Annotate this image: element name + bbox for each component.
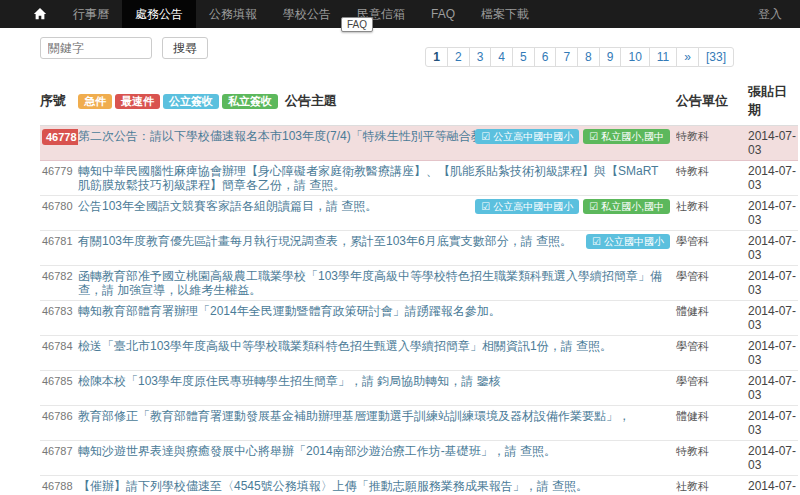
unit-cell: 特教科 xyxy=(676,161,748,196)
legend-badge: 公立簽收 xyxy=(163,94,219,109)
unit-cell: 社教科 xyxy=(676,196,748,231)
table-row: 46785 檢陳本校「103學年度原住民專班轉學生招生簡章」，請 鈞局協助轉知，… xyxy=(40,371,798,406)
table-row: 46782 函轉教育部准予國立桃園高級農工職業學校「103學年度高級中等學校特色… xyxy=(40,266,798,301)
header-topic: 急件最速件公立簽收私立簽收公告主題 xyxy=(78,79,676,126)
serial-badge: 46781 xyxy=(42,235,73,247)
pagination-page[interactable]: 11 xyxy=(649,47,677,67)
pagination-page[interactable]: 2 xyxy=(447,47,470,67)
table-row: 46783 轉知教育部體育署辦理「2014年全民運動暨體育政策研討會」請踴躍報名… xyxy=(40,301,798,336)
receipt-badge: ☑公立高中國中國小 xyxy=(475,129,579,144)
date-cell: 2014-07-03 xyxy=(748,161,798,196)
legend-badge-label: 私立簽收 xyxy=(228,95,272,107)
pagination-page[interactable]: 7 xyxy=(555,47,578,67)
receipt-badge-label: 公立國中國小 xyxy=(604,236,664,247)
date-cell: 2014-07-03 xyxy=(748,406,798,441)
pagination-page[interactable]: 5 xyxy=(512,47,535,67)
serial-badge: 46788 xyxy=(42,480,73,492)
announcement-link[interactable]: 函轉教育部准予國立桃園高級農工職業學校「103學年度高級中等學校特色招生職業類科… xyxy=(78,269,662,297)
table-row: 46787 轉知沙遊世界表達與療癒發展中心將舉辦「2014南部沙遊治療工作坊-基… xyxy=(40,441,798,476)
serial-badge: 46782 xyxy=(42,270,73,282)
nav-item[interactable]: 檔案下載 xyxy=(468,0,542,28)
pagination-page[interactable]: 9 xyxy=(599,47,622,67)
table-row: 46781 ☑公立國中國小 有關103年度教育優先區計畫每月執行現況調查表，累計… xyxy=(40,231,798,266)
receipt-badge-label: 公立高中國中國小 xyxy=(493,201,573,212)
serial-badge: 46779 xyxy=(42,165,73,177)
login-button[interactable]: 登入 xyxy=(758,0,782,28)
pagination-page[interactable]: 6 xyxy=(534,47,557,67)
legend-badge-label: 急件 xyxy=(84,95,106,107)
date-cell: 2014-07-03 xyxy=(748,266,798,301)
header-unit: 公告單位 xyxy=(676,79,748,126)
unit-cell: 學管科 xyxy=(676,231,748,266)
receipt-badge-label: 私立國小,國中 xyxy=(601,131,664,142)
topic-cell: 轉知教育部體育署辦理「2014年全民運動暨體育政策研討會」請踴躍報名參加。 xyxy=(78,301,676,336)
announcement-link[interactable]: 【催辦】請下列學校儘速至〈4545號公務填報〉上傳「推動志願服務業務成果報告」，… xyxy=(78,479,588,493)
pagination-page[interactable]: » xyxy=(676,47,699,67)
receipt-badge: ☑公立國中國小 xyxy=(586,234,670,249)
table-row: 46786 教育部修正「教育部體育署運動發展基金補助辦理基層運動選手訓練站訓練環… xyxy=(40,406,798,441)
check-icon: ☑ xyxy=(481,131,490,142)
serial-badge: 46786 xyxy=(42,410,73,422)
navbar-items: 行事曆處務公告公務填報學校公告民意信箱FAQ檔案下載 xyxy=(60,0,542,28)
receipt-badge-label: 私立國小,國中 xyxy=(601,201,664,212)
table-body: 46778 ☑公立高中國中國小☑私立國小,國中 第二次公告：請以下學校儘速報名本… xyxy=(40,126,798,495)
pagination-page[interactable]: 3 xyxy=(469,47,492,67)
pagination-page[interactable]: 4 xyxy=(490,47,513,67)
receipt-badges: ☑公立高中國中國小☑私立國小,國中 xyxy=(471,199,670,214)
unit-cell: 學管科 xyxy=(676,266,748,301)
date-cell: 2014-07-03 xyxy=(748,231,798,266)
table-row: 46784 檢送「臺北市103學年度高級中等學校職業類科特色招生甄選入學續招簡章… xyxy=(40,336,798,371)
navbar: 行事曆處務公告公務填報學校公告民意信箱FAQ檔案下載 登入 xyxy=(0,0,800,28)
legend-badges: 急件最速件公立簽收私立簽收 xyxy=(78,93,281,108)
date-cell: 2014-07-03 xyxy=(748,371,798,406)
announcement-link[interactable]: 檢送「臺北市103學年度高級中等學校職業類科特色招生甄選入學續招簡章」相關資訊1… xyxy=(78,339,612,353)
faq-tooltip: FAQ xyxy=(341,17,373,32)
unit-cell: 社教科 xyxy=(676,476,748,495)
date-cell: 2014-07-03 xyxy=(748,441,798,476)
legend-badge-label: 公立簽收 xyxy=(169,95,213,107)
announcement-link[interactable]: 有關103年度教育優先區計畫每月執行現況調查表，累計至103年6月底實支數部分，… xyxy=(78,234,572,248)
unit-cell: 學管科 xyxy=(676,336,748,371)
legend-badge: 私立簽收 xyxy=(222,94,278,109)
pagination-page[interactable]: 8 xyxy=(577,47,600,67)
nav-item[interactable]: 行事曆 xyxy=(60,0,122,28)
table-header-row: 序號 急件最速件公立簽收私立簽收公告主題 公告單位 張貼日期 xyxy=(40,79,798,126)
search-button[interactable]: 搜尋 xyxy=(162,37,208,59)
serial-badge: 46780 xyxy=(42,200,73,212)
nav-item[interactable]: 處務公告 xyxy=(122,0,196,28)
pagination-page[interactable]: 10 xyxy=(620,47,649,67)
pagination-page[interactable]: [33] xyxy=(698,47,734,67)
announcement-board: 序號 急件最速件公立簽收私立簽收公告主題 公告單位 張貼日期 46778 ☑公立… xyxy=(40,79,798,495)
serial-badge: 46778 xyxy=(42,129,81,145)
topic-cell: 函轉教育部准予國立桃園高級農工職業學校「103學年度高級中等學校特色招生職業類科… xyxy=(78,266,676,301)
search-input[interactable] xyxy=(40,37,152,59)
topic-cell: 檢送「臺北市103學年度高級中等學校職業類科特色招生甄選入學續招簡章」相關資訊1… xyxy=(78,336,676,371)
serial-badge: 46785 xyxy=(42,375,73,387)
serial-badge: 46784 xyxy=(42,340,73,352)
nav-item[interactable]: 公務填報 xyxy=(196,0,270,28)
table-row: 46788 【催辦】請下列學校儘速至〈4545號公務填報〉上傳「推動志願服務業務… xyxy=(40,476,798,495)
nav-item[interactable]: FAQ xyxy=(418,0,468,28)
nav-item[interactable]: 學校公告 xyxy=(270,0,344,28)
receipt-badge-label: 公立高中國中國小 xyxy=(493,131,573,142)
header-date: 張貼日期 xyxy=(748,79,798,126)
announcement-table: 序號 急件最速件公立簽收私立簽收公告主題 公告單位 張貼日期 46778 ☑公立… xyxy=(40,79,798,495)
announcement-link[interactable]: 檢陳本校「103學年度原住民專班轉學生招生簡章」，請 鈞局協助轉知，請 鑒核 xyxy=(78,374,501,388)
legend-badge: 急件 xyxy=(78,94,112,109)
announcement-link[interactable]: 轉知中華民國腦性麻痺協會辦理【身心障礙者家庭衛教醫療講座】、【肌能系貼紮技術初級… xyxy=(78,164,658,192)
topic-cell: 【催辦】請下列學校儘速至〈4545號公務填報〉上傳「推動志願服務業務成果報告」，… xyxy=(78,476,676,495)
receipt-badge: ☑公立高中國中國小 xyxy=(475,199,579,214)
announcement-link[interactable]: 教育部修正「教育部體育署運動發展基金補助辦理基層運動選手訓練站訓練環境及器材設備… xyxy=(78,409,630,423)
receipt-badge: ☑私立國小,國中 xyxy=(583,199,670,214)
announcement-link[interactable]: 公告103年全國語文競賽客家語各組朗讀篇目，請 查照。 xyxy=(78,199,377,213)
date-cell: 2014-07-03 xyxy=(748,476,798,495)
pagination-page[interactable]: 1 xyxy=(425,47,448,67)
check-icon: ☑ xyxy=(481,201,490,212)
legend-badge: 最速件 xyxy=(115,94,160,109)
topic-cell: ☑公立國中國小 有關103年度教育優先區計畫每月執行現況調查表，累計至103年6… xyxy=(78,231,676,266)
announcement-link[interactable]: 轉知教育部體育署辦理「2014年全民運動暨體育政策研討會」請踴躍報名參加。 xyxy=(78,304,501,318)
header-serial: 序號 xyxy=(40,79,78,126)
home-button[interactable] xyxy=(20,0,60,28)
announcement-link[interactable]: 轉知沙遊世界表達與療癒發展中心將舉辦「2014南部沙遊治療工作坊-基礎班」，請 … xyxy=(78,444,556,458)
toolbar: 搜尋 1234567891011»[33] xyxy=(0,28,800,67)
